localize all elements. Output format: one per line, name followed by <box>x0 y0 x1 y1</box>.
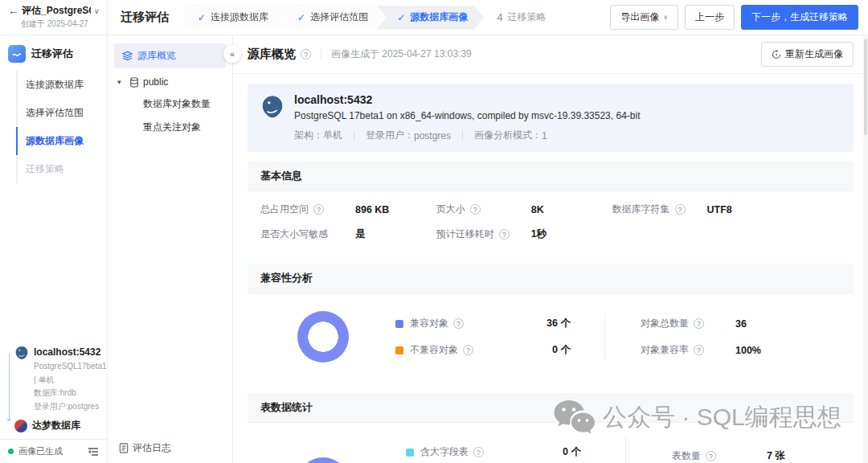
compatibility-section: 兼容性分析 兼容对象? 36 个 不兼容对象? 0 个 <box>248 264 854 383</box>
layers-icon <box>122 51 133 61</box>
section-page-title: 源库概览 <box>248 47 296 62</box>
compatibility-title: 兼容性分析 <box>248 264 854 293</box>
help-icon[interactable]: ? <box>453 318 464 329</box>
scrollbar-thumb[interactable] <box>864 39 867 135</box>
db-card-version: PostgreSQL 17beta1 on x86_64-windows, co… <box>294 110 640 121</box>
login-label: 登录用户： <box>366 129 414 142</box>
field-page-size: 页大小? 8K <box>436 203 612 216</box>
database-icon <box>129 77 139 88</box>
left-sidebar: 迁移评估 连接源数据库 选择评估范围 源数据库画像 迁移策略 localhost… <box>0 35 108 463</box>
sidebar-nav: 连接源数据库 选择评估范围 源数据库画像 迁移策略 <box>0 71 107 183</box>
table-stats-section: 表数据统计 含大字段表? 0 个 大数量表（未分区）? 0 个 <box>248 393 854 463</box>
tree-node-schema[interactable]: ▾ public <box>108 72 232 92</box>
table-stats-title: 表数据统计 <box>248 393 854 423</box>
tree-item-overview[interactable]: 源库概览 <box>114 43 226 68</box>
check-icon: ✓ <box>297 12 305 23</box>
help-icon[interactable]: ? <box>675 204 686 215</box>
db-card-meta: 架构： 单机 登录用户： postgres 画像分析模式： 1 <box>294 129 640 142</box>
assessment-log-link[interactable]: 评估日志 <box>119 441 171 455</box>
top-bar-actions: 导出画像 ∨ 上一步 下一步，生成迁移策略 <box>610 5 868 30</box>
help-icon[interactable]: ? <box>473 447 484 457</box>
help-icon[interactable]: ? <box>499 229 510 240</box>
stat-total-objects: 对象总数量? 36 <box>641 317 761 330</box>
top-bar: ← 评估_PostgreSQL_... ∨ 创建于 2025-04-27 迁移评… <box>0 0 868 35</box>
field-total-space: 总占用空间? 896 KB <box>260 203 436 216</box>
main-header: 源库概览 ? 画像生成于 2025-04-27 13:03:39 重新生成画像 <box>233 35 868 74</box>
tree-item-object-counts[interactable]: 数据库对象数量 <box>108 92 232 116</box>
help-icon[interactable]: ? <box>463 345 473 355</box>
collapse-panel-button[interactable]: « <box>223 45 241 63</box>
help-icon[interactable]: ? <box>706 451 716 461</box>
report-content: localhost:5432 PostgreSQL 17beta1 on x86… <box>233 74 868 463</box>
tree-item-key-objects[interactable]: 重点关注对象 <box>108 116 232 139</box>
step-number: 4 <box>497 11 502 23</box>
field-migration-time: 预计迁移耗时? 1秒 <box>436 227 612 241</box>
arch-value: 单机 <box>323 129 342 142</box>
source-db-card: localhost:5432 PostgreSQL 17beta1 on x86… <box>248 84 854 152</box>
chevron-down-icon: ∨ <box>663 14 668 21</box>
back-icon[interactable]: ← <box>8 5 18 17</box>
source-db-meta: PostgreSQL17beta1 | 单机 数据库:hrdb 登录用户:pos… <box>34 360 100 413</box>
refresh-icon <box>772 50 781 59</box>
schema-name: public <box>143 76 168 88</box>
legend-swatch <box>406 449 414 457</box>
table-stats-donut-chart <box>297 457 349 463</box>
source-login-user: 登录用户:postgres <box>34 400 100 414</box>
stat-compatibility-rate: 对象兼容率? 100% <box>641 343 761 357</box>
step-select-scope[interactable]: ✓ 选择评估范围 <box>276 6 384 30</box>
export-profile-button[interactable]: 导出画像 ∨ <box>610 5 678 30</box>
source-to-target-connector <box>9 353 10 420</box>
sidebar-item-connect-source[interactable]: 连接源数据库 <box>0 71 107 99</box>
connection-summary: localhost:5432 PostgreSQL17beta1 | 单机 数据… <box>0 343 107 439</box>
help-icon[interactable]: ? <box>301 49 311 59</box>
caret-down-icon[interactable]: ▾ <box>117 78 125 86</box>
collapse-sidebar-icon[interactable] <box>88 447 99 457</box>
page-title: 迁移评估 <box>108 10 183 25</box>
status-text: 画像已生成 <box>18 445 83 457</box>
divider <box>625 437 626 463</box>
login-value: postgres <box>414 130 451 141</box>
legend-swatch <box>395 320 403 328</box>
mode-label: 画像分析模式： <box>474 129 542 142</box>
regenerate-profile-button[interactable]: 重新生成画像 <box>761 42 854 67</box>
legend-compatible-objects: 兼容对象? 36 个 <box>395 317 571 330</box>
sidebar-header: 迁移评估 <box>0 35 107 71</box>
legend-swatch <box>395 346 403 354</box>
field-case-sensitive: 是否大小写敏感 是 <box>260 227 436 241</box>
assessment-title-block[interactable]: ← 评估_PostgreSQL_... ∨ 创建于 2025-04-27 <box>0 0 108 35</box>
prev-step-button[interactable]: 上一步 <box>685 5 735 30</box>
sidebar-item-source-profile[interactable]: 源数据库画像 <box>0 127 107 155</box>
scrollbar[interactable] <box>863 35 868 463</box>
sidebar-item-select-scope[interactable]: 选择评估范围 <box>0 99 107 127</box>
chevron-down-icon[interactable]: ∨ <box>94 7 100 15</box>
check-icon: ✓ <box>397 12 405 23</box>
target-db-name: 达梦数据库 <box>32 419 80 432</box>
migration-app-icon <box>8 45 26 63</box>
help-icon[interactable]: ? <box>313 204 324 215</box>
divider <box>354 131 354 141</box>
help-icon[interactable]: ? <box>694 345 704 355</box>
sidebar-item-migration-strategy[interactable]: 迁移策略 <box>0 155 107 183</box>
assessment-name[interactable]: 评估_PostgreSQL_... <box>22 4 91 18</box>
help-icon[interactable]: ? <box>694 318 704 329</box>
db-card-host: localhost:5432 <box>294 93 640 106</box>
help-icon[interactable]: ? <box>470 204 481 215</box>
legend-large-field-tables: 含大字段表? 0 个 <box>406 445 581 459</box>
dameng-logo-icon <box>14 420 27 432</box>
basic-info-title: 基本信息 <box>248 162 854 191</box>
step-connect-source[interactable]: ✓ 连接源数据库 <box>183 6 285 30</box>
divider <box>604 314 605 359</box>
created-date: 创建于 2025-04-27 <box>21 18 100 30</box>
step-migration-strategy[interactable]: 4 迁移策略 <box>476 6 562 30</box>
legend-incompatible-objects: 不兼容对象? 0 个 <box>395 343 571 357</box>
log-file-icon <box>119 443 129 453</box>
step-source-profile[interactable]: ✓ 源数据库画像 <box>376 6 484 30</box>
main-content: 源库概览 ? 画像生成于 2025-04-27 13:03:39 重新生成画像 … <box>233 35 868 463</box>
source-host: localhost:5432 <box>34 346 100 358</box>
check-icon: ✓ <box>198 12 206 23</box>
next-step-button[interactable]: 下一步，生成迁移策略 <box>741 5 858 30</box>
profile-generated-time: 画像生成于 2025-04-27 13:03:39 <box>331 47 472 61</box>
source-database: 数据库:hrdb <box>34 387 100 400</box>
field-charset: 数据库字符集? UTF8 <box>612 203 841 216</box>
postgresql-icon <box>14 346 29 360</box>
